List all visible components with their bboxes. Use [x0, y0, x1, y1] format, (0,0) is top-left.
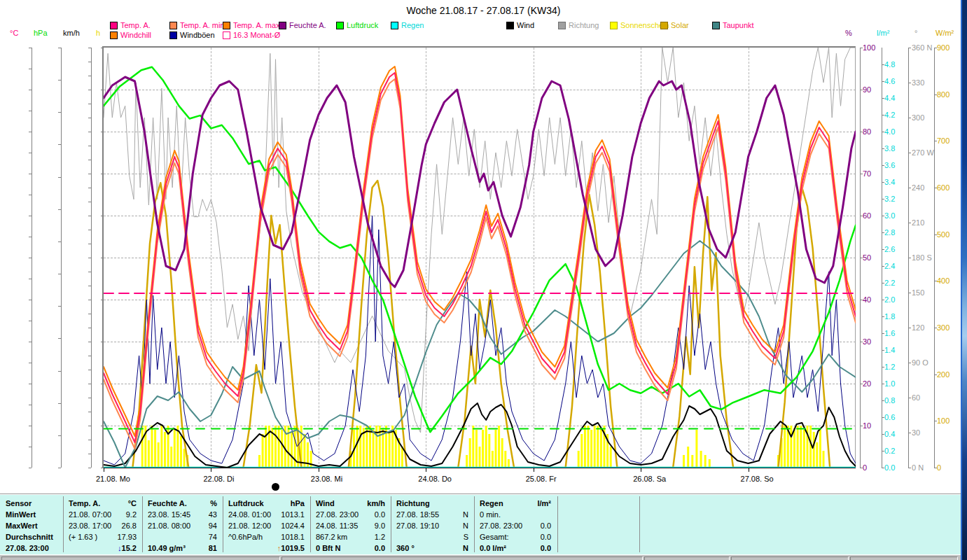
axis-tick-label: 40: [863, 296, 871, 303]
axis-tick: [908, 398, 911, 398]
axis-tick-label: 0.2: [884, 447, 895, 454]
x-axis-tick: [641, 468, 641, 472]
table-column-separator: [223, 496, 223, 552]
table-header-unit: l/m²: [475, 498, 551, 509]
sonnenschein-bar: [373, 430, 375, 468]
sonnenschein-bar: [488, 434, 490, 468]
table-cell-value: 0.0: [475, 542, 551, 554]
legend-color-swatch: [279, 22, 286, 29]
legend-item-temp-a-[interactable]: Temp. A.: [110, 21, 151, 29]
axis-tick: [88, 398, 91, 398]
axis-tick: [29, 69, 32, 69]
axis-tick-label: 3.8: [884, 145, 895, 152]
axis-tick: [88, 90, 91, 90]
legend-color-swatch: [558, 22, 566, 29]
legend-item-label: Regen: [401, 21, 424, 29]
sonnenschein-bar: [800, 426, 802, 468]
table-cell-value: 1.2: [312, 531, 385, 542]
axis-tick: [88, 104, 91, 104]
axis-tick: [88, 160, 91, 160]
legend-item-temp-a-min[interactable]: Temp. A. min: [169, 21, 225, 29]
legend-item-label: 16.3 Monat-Ø: [233, 31, 280, 39]
legend-item-windchill[interactable]: Windchill: [110, 31, 151, 39]
table-column-separator: [310, 496, 311, 552]
legend-item-label: Solar: [671, 21, 689, 29]
sonnenschein-bar: [504, 451, 506, 468]
axis-tick-label: 30: [912, 429, 920, 436]
axis-tick-label: 4.2: [884, 111, 895, 118]
axis-tick: [58, 306, 61, 307]
x-axis-label: 24.08. Do: [418, 475, 452, 483]
axis-tick: [88, 62, 91, 62]
legend-item-richtung[interactable]: Richtung: [558, 21, 599, 29]
x-axis-line: [104, 468, 856, 468]
table-cell-value: [475, 509, 551, 520]
axis-tick: [58, 468, 61, 468]
legend-item-windb-en[interactable]: Windböen: [169, 31, 215, 39]
legend-item-feuchte-a-[interactable]: Feuchte A.: [279, 21, 326, 29]
x-axis-tick: [426, 468, 426, 472]
sonnenschein-bar: [580, 434, 583, 468]
table-column-separator: [142, 496, 143, 552]
legend-item-solar[interactable]: Solar: [660, 21, 689, 29]
x-axis-label: 25.08. Fr: [526, 475, 557, 483]
legend-item-regen[interactable]: Regen: [391, 21, 424, 29]
table-header-unit: °C: [64, 498, 137, 509]
axis-tick-label: 60: [912, 394, 920, 401]
sonnenschein-bar: [469, 438, 471, 468]
axis-tick: [29, 405, 32, 405]
sonnenschein-bar: [700, 451, 702, 468]
axis-tick-label: 10: [863, 422, 871, 429]
axis-tick: [88, 258, 91, 258]
legend-item-label: Taupunkt: [723, 21, 754, 29]
table-row-label: MinWert: [6, 509, 36, 520]
axis-tick: [88, 174, 91, 174]
table-cell-value: 81: [144, 542, 217, 554]
axis-tick: [908, 83, 911, 83]
table-cell-value: 1024.4: [224, 520, 305, 531]
sonnenschein-bar: [704, 455, 707, 468]
axis-tick: [29, 132, 32, 132]
axis-tick: [88, 384, 91, 384]
chart-plot-area[interactable]: [104, 48, 856, 468]
legend-item-label: Temp. A. min: [180, 21, 225, 29]
axis-tick-label: 400: [937, 277, 949, 284]
axis-header-lm2: l/m²: [877, 29, 889, 37]
table-cell-value: 94: [144, 520, 217, 531]
axis-tick: [29, 279, 32, 279]
legend-item-taupunkt[interactable]: Taupunkt: [712, 21, 754, 29]
axis-header-degC: °C: [10, 29, 18, 37]
axis-tick: [88, 244, 91, 244]
status-bar-panel-5: [850, 556, 958, 560]
sonnenschein-bar: [495, 430, 497, 468]
axis-tick: [58, 241, 61, 242]
table-cell-value: 17.93: [64, 531, 137, 542]
legend-item-luftdruck[interactable]: Luftdruck: [336, 21, 378, 29]
legend-item-16-3-monat-[interactable]: 16.3 Monat-Ø: [223, 31, 280, 39]
axis-tick: [88, 188, 91, 188]
legend-item-temp-a-max[interactable]: Temp. A. max: [223, 21, 280, 29]
axis-tick-label: 20: [863, 380, 871, 387]
table-header-unit: [392, 498, 468, 509]
sonnenschein-bar: [594, 426, 596, 468]
legend-color-swatch: [506, 22, 514, 29]
sonnenschein-bar: [148, 440, 150, 468]
axis-tick: [88, 314, 91, 314]
x-axis-label: 27.08. So: [741, 475, 774, 483]
table-cell-value: 9.2: [64, 509, 137, 520]
axis-tick-label: 360 N: [912, 44, 932, 51]
axis-tick-label: 70: [863, 170, 871, 177]
axis-tick-label: 3.6: [884, 162, 895, 169]
sonnenschein-bar: [813, 432, 815, 468]
sonnenschein-bar: [793, 428, 795, 468]
sonnenschein-bar: [475, 430, 478, 468]
sonnenschein-bar: [683, 455, 685, 468]
legend-item-label: Richtung: [569, 21, 599, 29]
trend-down-icon: ↓: [118, 544, 122, 552]
sonnenschein-bar: [790, 426, 792, 468]
table-row-label: Sensor: [6, 498, 32, 509]
legend-color-swatch: [169, 22, 177, 29]
sonnenschein-bar: [281, 430, 283, 468]
axis-tick: [88, 76, 91, 76]
legend-item-wind[interactable]: Wind: [506, 21, 534, 29]
